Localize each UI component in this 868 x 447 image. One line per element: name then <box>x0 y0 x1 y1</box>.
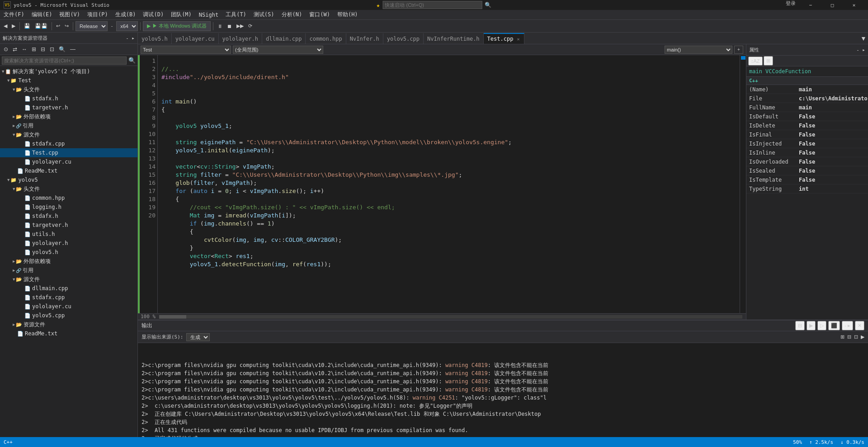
folder-refs-1[interactable]: ▶ 🔗 引用 <box>0 121 137 130</box>
menu-item-v[interactable]: 视图(V) <box>56 10 84 19</box>
minimize-button[interactable]: − <box>800 0 821 10</box>
out-extra-btn4[interactable]: ▶ <box>861 334 864 340</box>
file-yololayer-cu-2[interactable]: 📄 yololayer.cu <box>0 302 137 311</box>
editor-hscrollbar[interactable] <box>159 315 742 319</box>
se-btn-5[interactable]: ⊟ <box>39 45 47 53</box>
file-yololayer-h[interactable]: 📄 yololayer.h <box>0 239 137 248</box>
file-yolov5-h[interactable]: 📄 yolov5.h <box>0 248 137 257</box>
folder-extern-2[interactable]: ▶ 📂 外部依赖项 <box>0 257 137 266</box>
scope-selector[interactable]: Test <box>141 46 231 54</box>
folder-headers-1[interactable]: ▼ 📂 头文件 <box>0 85 137 94</box>
menu-item-w[interactable]: 窗口(W) <box>306 10 334 19</box>
file-targetver-h-2[interactable]: 📄 targetver.h <box>0 221 137 230</box>
file-utils-h[interactable]: 📄 utils.h <box>0 230 137 239</box>
folder-extern-1[interactable]: ▶ 📂 外部依赖项 <box>0 112 137 121</box>
menu-item-p[interactable]: 项目(P) <box>84 10 112 19</box>
tb-debug-btn2[interactable]: ⏹ <box>225 23 234 30</box>
menu-item-d[interactable]: 调试(D) <box>139 10 167 19</box>
out-btn-3[interactable]: ▷ <box>817 321 826 330</box>
out-pin-btn[interactable]: - ▸ <box>842 321 853 330</box>
file-test-cpp[interactable]: 📄 Test.cpp <box>0 148 137 157</box>
tab-scroll-btn[interactable]: ▼ <box>859 33 868 44</box>
login-button[interactable]: 登录 <box>782 0 799 10</box>
tab-test-cpp-close[interactable]: ✕ <box>516 36 520 42</box>
se-pin-btn[interactable]: - ▸ <box>126 35 135 41</box>
func-selector[interactable]: main() <box>665 46 732 54</box>
run-debugger-button[interactable]: ▶ ▶ 本地 Windows 调试器 <box>143 21 211 31</box>
out-btn-4[interactable]: ⬛ <box>828 321 840 330</box>
se-btn-3[interactable]: ↔ <box>20 45 29 53</box>
project-yolov5[interactable]: ▼ 📁 yolov5 <box>0 175 137 184</box>
close-button[interactable]: ✕ <box>844 0 864 10</box>
search-icon[interactable]: 🔍 <box>485 2 491 8</box>
tb-debug-btn4[interactable]: ⟳ <box>246 22 254 30</box>
props-filter-btn[interactable]: ⊞ <box>764 56 773 66</box>
folder-src-2[interactable]: ▼ 📂 源文件 <box>0 275 137 284</box>
tab-nvinfer-h[interactable]: NvInfer.h <box>346 33 383 44</box>
menu-item-s[interactable]: 测试(S) <box>250 10 278 19</box>
tab-nvinfer-runtime-h[interactable]: NvInferRuntime.h <box>424 33 484 44</box>
menu-item-h[interactable]: 帮助(H) <box>334 10 362 19</box>
file-stdafx-cpp-1[interactable]: 📄 stdafx.cpp <box>0 139 137 148</box>
se-btn-6[interactable]: ⊡ <box>48 45 56 53</box>
se-btn-7[interactable]: 🔍 <box>57 45 67 53</box>
menu-item-t[interactable]: 工具(T) <box>222 10 250 19</box>
folder-src-1[interactable]: ▼ 📂 源文件 <box>0 130 137 139</box>
out-extra-btn3[interactable]: ⊡ <box>854 334 858 340</box>
file-targetver-h-1[interactable]: 📄 targetver.h <box>0 103 137 112</box>
menu-item-nsight[interactable]: NSight <box>195 11 222 19</box>
tab-yolov5-cpp[interactable]: yolov5.cpp <box>383 33 424 44</box>
file-yololayer-cu-1[interactable]: 📄 yololayer.cu <box>0 157 137 166</box>
file-readme-2[interactable]: 📄 ReadMe.txt <box>0 329 137 338</box>
file-logging-h[interactable]: 📄 logging.h <box>0 202 137 212</box>
output-source-selector[interactable]: 生成 <box>186 333 210 341</box>
tab-dllmain-cpp[interactable]: dllmain.cpp <box>262 33 306 44</box>
tb-forward-button[interactable]: ▶ <box>10 22 17 30</box>
props-pin-btn[interactable]: - ▸ <box>856 47 865 53</box>
editor-scrollbar[interactable]: 100 % <box>138 313 746 320</box>
tb-debug-btn3[interactable]: ▶▶ <box>235 22 245 30</box>
props-sort-btn[interactable]: ↕AZ <box>748 56 763 66</box>
file-yolov5-cpp[interactable]: 📄 yolov5.cpp <box>0 311 137 320</box>
folder-res-2[interactable]: ▶ 📂 资源文件 <box>0 320 137 329</box>
se-btn-4[interactable]: ⊞ <box>30 45 38 53</box>
menu-item-f[interactable]: 文件(F) <box>0 10 28 19</box>
editor-toolbar-expand-btn[interactable]: + <box>734 46 743 54</box>
project-test[interactable]: ▼ 📁 Test <box>0 76 137 85</box>
tb-undo-button[interactable]: ↩ <box>54 22 62 30</box>
solution-label[interactable]: ▼ 📋 解决方案'yolov5'(2 个项目) <box>0 67 137 76</box>
tb-save-button[interactable]: 💾 <box>22 22 32 30</box>
menu-item-n[interactable]: 分析(N) <box>278 10 306 19</box>
file-stdafx-h-1[interactable]: 📄 stdafx.h <box>0 94 137 103</box>
folder-refs-2[interactable]: ▶ 🔗 引用 <box>0 266 137 275</box>
tab-yololayer-h[interactable]: yololayer.h <box>219 33 262 44</box>
folder-headers-2[interactable]: ▼ 📂 头文件 <box>0 184 137 193</box>
tb-redo-button[interactable]: ↪ <box>63 22 71 30</box>
tb-debug-btn1[interactable]: ⏸ <box>216 23 224 30</box>
tab-test-cpp[interactable]: Test.cpp ✕ <box>484 33 525 44</box>
menu-item-m[interactable]: 团队(M) <box>167 10 195 19</box>
out-extra-btn2[interactable]: ⊟ <box>847 334 851 340</box>
out-btn-1[interactable]: ⊟ <box>795 321 805 330</box>
se-btn-1[interactable]: ⊙ <box>2 45 10 53</box>
menu-item-e[interactable]: 编辑(E) <box>28 10 56 19</box>
file-common-hpp[interactable]: 📄 common.hpp <box>0 193 137 202</box>
file-readme-1[interactable]: 📄 ReadMe.txt <box>0 166 137 175</box>
config-selector[interactable]: Release <box>75 21 108 31</box>
out-btn-2[interactable]: ▶ <box>807 321 816 330</box>
restore-button[interactable]: □ <box>822 0 843 10</box>
out-close-btn[interactable]: ✕ <box>855 321 864 330</box>
quick-search-input[interactable] <box>382 1 482 9</box>
file-stdafx-h-2[interactable]: 📄 stdafx.h <box>0 212 137 221</box>
platform-selector[interactable]: x64 <box>116 21 138 31</box>
out-extra-btn1[interactable]: ⊞ <box>840 334 844 340</box>
file-dllmain-cpp[interactable]: 📄 dllmain.cpp <box>0 284 137 293</box>
se-search-input[interactable] <box>2 56 127 65</box>
file-stdafx-cpp-2[interactable]: 📄 stdafx.cpp <box>0 293 137 302</box>
tab-yolov5h[interactable]: yolov5.h <box>138 33 172 44</box>
code-editor[interactable]: //... #include"../yolov5/include/dirent.… <box>158 55 740 313</box>
tb-save-all-button[interactable]: 💾💾 <box>33 22 49 30</box>
tb-back-button[interactable]: ◀ <box>2 22 9 30</box>
menu-item-b[interactable]: 生成(B) <box>112 10 140 19</box>
se-search-icon[interactable]: 🔍 <box>128 57 136 64</box>
